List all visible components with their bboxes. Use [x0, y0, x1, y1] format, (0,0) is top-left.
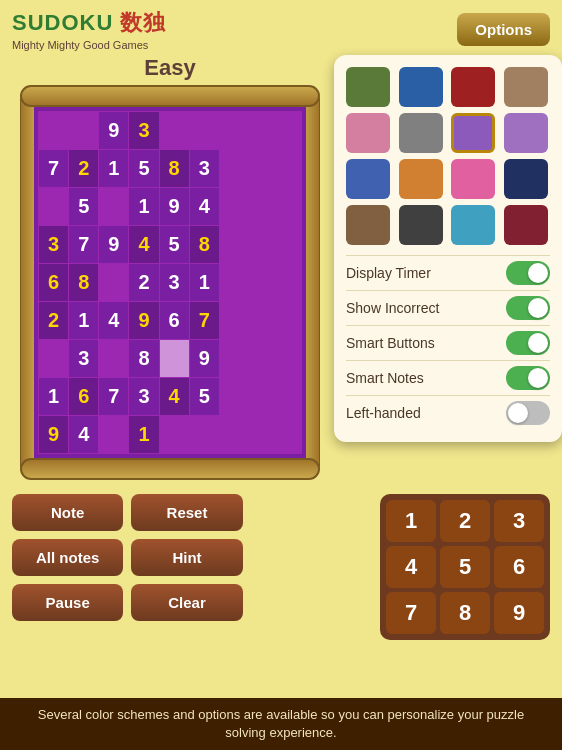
- table-row[interactable]: [39, 112, 69, 150]
- numpad-2[interactable]: 2: [440, 500, 490, 542]
- color-swatch-pink-bright[interactable]: [451, 159, 495, 199]
- numpad-3[interactable]: 3: [494, 500, 544, 542]
- table-row[interactable]: 3: [129, 378, 159, 416]
- color-swatch-blue-medium[interactable]: [346, 159, 390, 199]
- table-row[interactable]: [99, 188, 129, 226]
- table-row[interactable]: [274, 378, 301, 416]
- numpad-9[interactable]: 9: [494, 592, 544, 634]
- table-row[interactable]: 9: [99, 226, 129, 264]
- numpad-8[interactable]: 8: [440, 592, 490, 634]
- hint-button[interactable]: Hint: [131, 539, 242, 576]
- table-row[interactable]: [274, 150, 301, 188]
- table-row[interactable]: [189, 416, 219, 454]
- table-row[interactable]: [99, 264, 129, 302]
- table-row[interactable]: [274, 112, 301, 150]
- table-row[interactable]: [274, 416, 301, 454]
- color-swatch-red-dark[interactable]: [451, 67, 495, 107]
- table-row[interactable]: [219, 378, 246, 416]
- table-row[interactable]: 9: [189, 340, 219, 378]
- color-swatch-navy[interactable]: [504, 159, 548, 199]
- options-button[interactable]: Options: [457, 13, 550, 46]
- table-row[interactable]: [274, 302, 301, 340]
- table-row[interactable]: [219, 340, 246, 378]
- table-row[interactable]: 8: [69, 264, 99, 302]
- table-row[interactable]: 5: [189, 378, 219, 416]
- table-row[interactable]: [69, 112, 99, 150]
- numpad-6[interactable]: 6: [494, 546, 544, 588]
- table-row[interactable]: [219, 264, 246, 302]
- table-row[interactable]: [39, 188, 69, 226]
- table-row[interactable]: [99, 340, 129, 378]
- table-row[interactable]: [219, 416, 246, 454]
- table-row[interactable]: 1: [189, 264, 219, 302]
- table-row[interactable]: [189, 112, 219, 150]
- table-row[interactable]: 6: [159, 302, 189, 340]
- color-swatch-blue-dark[interactable]: [399, 67, 443, 107]
- table-row[interactable]: [274, 264, 301, 302]
- note-button[interactable]: Note: [12, 494, 123, 531]
- table-row[interactable]: 9: [39, 416, 69, 454]
- table-row[interactable]: 4: [189, 188, 219, 226]
- table-row[interactable]: 9: [129, 302, 159, 340]
- table-row[interactable]: 4: [129, 226, 159, 264]
- color-swatch-purple[interactable]: [451, 113, 495, 153]
- color-swatch-dark-red[interactable]: [504, 205, 548, 245]
- table-row[interactable]: 9: [99, 112, 129, 150]
- table-row[interactable]: [247, 378, 274, 416]
- table-row[interactable]: 1: [129, 416, 159, 454]
- table-row[interactable]: [39, 340, 69, 378]
- table-row[interactable]: [247, 416, 274, 454]
- table-row[interactable]: 2: [129, 264, 159, 302]
- table-row[interactable]: 1: [69, 302, 99, 340]
- toggle-display-timer[interactable]: [506, 261, 550, 285]
- toggle-show-incorrect[interactable]: [506, 296, 550, 320]
- table-row[interactable]: 8: [129, 340, 159, 378]
- table-row[interactable]: 5: [159, 226, 189, 264]
- table-row[interactable]: [219, 226, 246, 264]
- numpad-7[interactable]: 7: [386, 592, 436, 634]
- table-row[interactable]: 6: [39, 264, 69, 302]
- table-row[interactable]: 4: [159, 378, 189, 416]
- table-row[interactable]: 6: [69, 378, 99, 416]
- color-swatch-charcoal[interactable]: [399, 205, 443, 245]
- table-row[interactable]: 9: [159, 188, 189, 226]
- toggle-left-handed[interactable]: [506, 401, 550, 425]
- color-swatch-tan[interactable]: [504, 67, 548, 107]
- table-row[interactable]: [159, 112, 189, 150]
- numpad-5[interactable]: 5: [440, 546, 490, 588]
- numpad-1[interactable]: 1: [386, 500, 436, 542]
- color-swatch-green-dark[interactable]: [346, 67, 390, 107]
- table-row[interactable]: [274, 340, 301, 378]
- table-row[interactable]: 8: [159, 150, 189, 188]
- table-row[interactable]: 7: [69, 226, 99, 264]
- table-row[interactable]: [219, 150, 246, 188]
- table-row[interactable]: 7: [99, 378, 129, 416]
- table-row[interactable]: 2: [69, 150, 99, 188]
- table-row[interactable]: 3: [159, 264, 189, 302]
- all-notes-button[interactable]: All notes: [12, 539, 123, 576]
- color-swatch-orange[interactable]: [399, 159, 443, 199]
- pause-button[interactable]: Pause: [12, 584, 123, 621]
- reset-button[interactable]: Reset: [131, 494, 242, 531]
- color-swatch-cyan[interactable]: [451, 205, 495, 245]
- table-row[interactable]: [247, 340, 274, 378]
- table-row[interactable]: [247, 264, 274, 302]
- table-row[interactable]: 8: [189, 226, 219, 264]
- table-row[interactable]: 1: [129, 188, 159, 226]
- color-swatch-gray[interactable]: [399, 113, 443, 153]
- table-row[interactable]: [247, 188, 274, 226]
- table-row[interactable]: [219, 188, 246, 226]
- color-swatch-pink[interactable]: [346, 113, 390, 153]
- table-row[interactable]: [159, 340, 189, 378]
- table-row[interactable]: [274, 226, 301, 264]
- clear-button[interactable]: Clear: [131, 584, 242, 621]
- table-row[interactable]: 2: [39, 302, 69, 340]
- table-row[interactable]: [159, 416, 189, 454]
- toggle-smart-notes[interactable]: [506, 366, 550, 390]
- table-row[interactable]: [274, 188, 301, 226]
- color-swatch-purple-light[interactable]: [504, 113, 548, 153]
- table-row[interactable]: 1: [99, 150, 129, 188]
- table-row[interactable]: 3: [69, 340, 99, 378]
- table-row[interactable]: [219, 302, 246, 340]
- color-swatch-brown[interactable]: [346, 205, 390, 245]
